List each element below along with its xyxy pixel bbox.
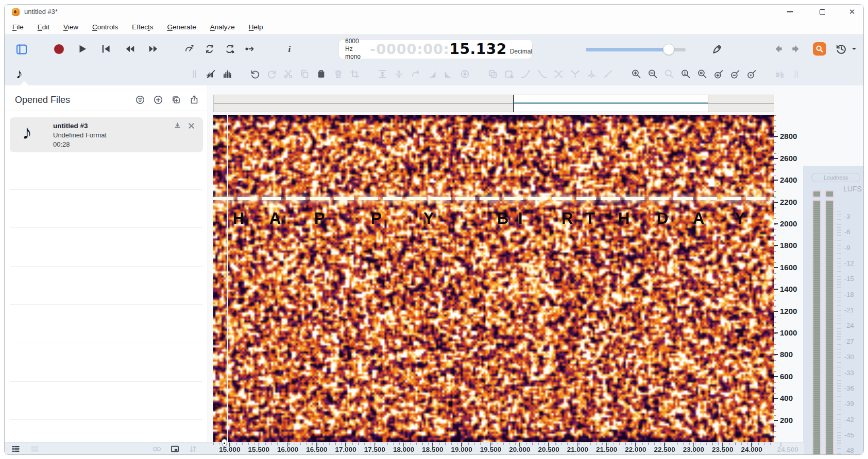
paste-icon[interactable] (316, 68, 327, 80)
history-icon[interactable] (835, 43, 847, 55)
shape-copy-icon[interactable] (487, 68, 498, 80)
skip-start-icon[interactable] (100, 43, 112, 55)
overview-playhead[interactable] (513, 95, 514, 112)
link-icon[interactable] (152, 444, 162, 454)
delete-icon[interactable] (333, 68, 344, 80)
playback-rate-icon[interactable] (184, 43, 195, 55)
nav-back-icon[interactable] (772, 43, 784, 55)
loop-icon[interactable] (204, 43, 215, 55)
menubar: FileEditViewControlsEffectsGenerateAnaly… (5, 19, 863, 34)
duplicate-icon[interactable] (171, 95, 181, 105)
menu-analyze[interactable]: Analyze (210, 23, 235, 31)
file-list-item[interactable]: ♪ untitled #3 Undefined Format 00:28 (10, 117, 203, 152)
overview-viewport[interactable] (514, 95, 708, 112)
zoom-sel-in-icon[interactable] (713, 68, 724, 80)
playhead-line[interactable] (227, 115, 228, 442)
opened-files-header: Opened Files (5, 94, 208, 111)
fade-out-icon[interactable] (443, 68, 454, 80)
curve-fade-out-icon[interactable] (537, 68, 548, 80)
freq-tick (774, 245, 778, 246)
mini-view-icon[interactable] (170, 444, 180, 454)
zoom-out-icon[interactable] (648, 68, 658, 80)
row-view-icon[interactable] (30, 444, 40, 454)
freq-tick-label: 200 (780, 416, 793, 425)
menu-effects[interactable]: Effects (132, 23, 153, 31)
drag-handle-icon[interactable] (791, 68, 802, 80)
info-icon[interactable]: i (284, 43, 295, 55)
volume-handle[interactable] (663, 44, 674, 55)
trim-icon[interactable] (349, 68, 360, 80)
sort-tracks-icon[interactable] (188, 444, 198, 454)
export-icon[interactable] (189, 95, 199, 105)
filter-icon[interactable] (135, 95, 145, 105)
search-icon[interactable] (813, 42, 826, 56)
close-button[interactable]: ✕ (841, 5, 863, 19)
sidebar-toggle-icon[interactable] (15, 43, 28, 56)
time-display[interactable]: 6000 Hz mono -0000:00: 15.132 Decimal (338, 39, 533, 59)
rewind-icon[interactable] (124, 43, 135, 55)
volume-slider[interactable] (586, 45, 686, 54)
opened-files-tab-note-icon[interactable]: ♪ (16, 66, 23, 82)
add-icon[interactable] (153, 95, 163, 105)
fade-in-icon[interactable] (427, 68, 437, 80)
history-caret-icon[interactable] (850, 45, 858, 52)
overlay-letter: D (657, 209, 668, 228)
minimize-button[interactable] (779, 5, 801, 19)
gain-knob-icon[interactable] (459, 68, 470, 80)
titlebar[interactable]: untitled #3* ✕ (5, 5, 863, 19)
fit-vertical-icon[interactable] (377, 68, 388, 80)
freq-tick-label: 400 (780, 394, 793, 402)
zoom-in-icon[interactable] (631, 68, 642, 80)
center-vertical-icon[interactable] (394, 68, 404, 80)
menu-edit[interactable]: Edit (38, 23, 49, 31)
zoom-back-icon[interactable] (697, 68, 708, 80)
menu-help[interactable]: Help (249, 23, 263, 31)
overview-bar[interactable] (213, 95, 774, 112)
reverse-icon[interactable] (410, 68, 421, 80)
time-tick-label: 18.500 (417, 446, 448, 453)
play-from-cursor-icon[interactable] (244, 43, 256, 55)
fast-forward-icon[interactable] (148, 43, 159, 55)
undo-icon[interactable] (250, 68, 261, 80)
levels-icon[interactable] (774, 68, 785, 80)
overlay-letter: R (561, 209, 573, 228)
spectrogram-canvas[interactable] (213, 115, 774, 442)
statusbar: 15.00015.50016.00016.50017.00017.50018.0… (5, 442, 804, 455)
menu-view[interactable]: View (63, 23, 78, 31)
loop-selection-icon[interactable] (224, 43, 235, 55)
envelope-icon[interactable] (603, 68, 614, 80)
waveform-edit-icon[interactable] (206, 68, 216, 80)
nav-forward-icon[interactable] (791, 43, 802, 55)
overlay-letter: H (233, 209, 244, 228)
drag-handle-icon[interactable] (189, 68, 200, 80)
nav-group (772, 43, 802, 55)
loudness-button[interactable]: Loudness (811, 173, 860, 182)
freq-tick (774, 311, 778, 312)
spectrum-bars-icon[interactable] (222, 68, 233, 80)
lufs-scale-label: -24 (844, 322, 854, 329)
menu-file[interactable]: File (12, 23, 24, 31)
redo-icon[interactable] (266, 68, 277, 80)
copy-icon[interactable] (299, 68, 310, 80)
mixdown-icon[interactable] (173, 121, 182, 130)
close-file-icon[interactable] (187, 121, 196, 130)
edit-toolbar: ♪ 1 (5, 63, 863, 85)
merge-icon[interactable] (570, 68, 581, 80)
shape-paste-icon[interactable] (504, 68, 515, 80)
file-list-icon[interactable] (11, 444, 21, 454)
maximize-button[interactable] (811, 5, 833, 19)
zoom-icon[interactable] (664, 68, 675, 80)
play-icon[interactable] (77, 43, 88, 55)
curve-fade-in-icon[interactable] (520, 68, 531, 80)
zoom-one-icon[interactable]: 1 (680, 68, 691, 80)
zoom-sel-out-icon[interactable] (730, 68, 741, 80)
crossfade-icon[interactable] (553, 68, 564, 80)
spectrogram-view[interactable]: HAPPYBIRTHDAY (213, 115, 774, 442)
menu-generate[interactable]: Generate (167, 23, 196, 31)
pen-icon[interactable] (711, 43, 724, 55)
menu-controls[interactable]: Controls (92, 23, 118, 31)
cut-icon[interactable] (283, 68, 294, 80)
zoom-center-icon[interactable] (746, 68, 757, 80)
record-icon[interactable] (53, 43, 64, 55)
split-icon[interactable] (586, 68, 597, 80)
